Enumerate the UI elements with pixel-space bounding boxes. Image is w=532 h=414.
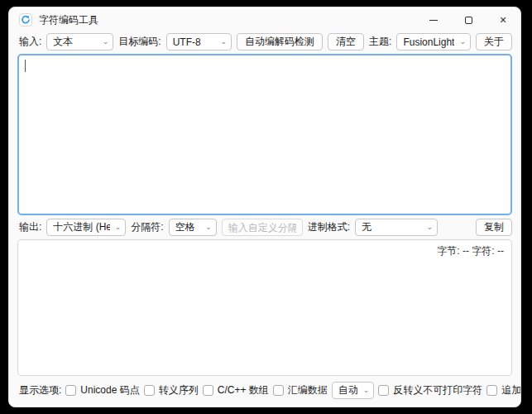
chevron-down-icon: ⌄ <box>205 223 212 231</box>
theme-label: 主题: <box>369 35 391 49</box>
chevron-down-icon: ⌄ <box>103 37 109 46</box>
checkbox-label: C/C++ 数组 <box>218 383 269 397</box>
target-encoding-select[interactable]: UTF-8 ⌄ <box>166 33 232 51</box>
about-button[interactable]: 关于 <box>476 33 512 51</box>
titlebar: 字符编码工具 × <box>9 7 520 32</box>
input-type-select[interactable]: 文本 ⌄ <box>46 33 113 51</box>
checkbox-icon <box>203 385 213 396</box>
output-format-select[interactable]: 十六进制 (Hex) ⌄ <box>46 219 126 236</box>
maximize-icon <box>465 17 472 24</box>
byte-char-stats: 字节: -- 字符: -- <box>437 244 504 258</box>
checkbox-icon <box>486 385 497 396</box>
text-cursor <box>25 60 26 72</box>
checkbox-append-nul[interactable]: 追加字符串结尾 NUL <box>486 383 521 397</box>
target-encoding-label: 目标编码: <box>118 35 161 49</box>
asm-mode-select[interactable]: 自动 ⌄ <box>332 382 375 399</box>
window-title: 字符编码工具 <box>39 13 98 27</box>
input-label: 输入: <box>19 35 41 49</box>
app-window: 字符编码工具 × 输入: 文本 ⌄ 目标编码: UTF-8 ⌄ 自动编解码检测 … <box>8 7 521 407</box>
checkbox-escape-sequence[interactable]: 转义序列 <box>144 383 199 397</box>
input-toolbar: 输入: 文本 ⌄ 目标编码: UTF-8 ⌄ 自动编解码检测 清空 主题: Fu… <box>9 32 520 54</box>
auto-detect-button[interactable]: 自动编解码检测 <box>237 33 323 51</box>
checkbox-icon <box>65 385 76 396</box>
checkbox-icon <box>378 385 389 396</box>
custom-separator-input[interactable] <box>222 219 303 236</box>
radix-format-value: 无 <box>362 220 421 234</box>
radix-format-select[interactable]: 无 ⌄ <box>355 219 438 236</box>
output-toolbar: 输出: 十六进制 (Hex) ⌄ 分隔符: 空格 ⌄ 进制格式: 无 ⌄ 复制 <box>9 215 520 239</box>
chevron-down-icon: ⌄ <box>221 37 228 46</box>
separator-select[interactable]: 空格 ⌄ <box>169 219 217 236</box>
checkbox-label: 转义序列 <box>159 383 199 397</box>
chevron-down-icon: ⌄ <box>115 223 122 231</box>
chevron-down-icon: ⌄ <box>426 223 433 231</box>
separator-value: 空格 <box>175 220 200 234</box>
output-label: 输出: <box>19 220 41 234</box>
checkbox-icon <box>273 385 284 396</box>
display-options-label: 显示选项: <box>19 383 61 397</box>
app-icon <box>19 13 32 26</box>
display-options-bar: 显示选项: Unicode 码点 转义序列 C/C++ 数组 汇编数据 自动 ⌄… <box>9 376 520 407</box>
separator-label: 分隔符: <box>131 220 163 234</box>
theme-value: FusionLight <box>403 36 454 48</box>
checkbox-label: 汇编数据 <box>288 383 328 397</box>
asm-mode-value: 自动 <box>338 383 358 397</box>
checkbox-label: 追加字符串结尾 NUL <box>501 383 521 397</box>
clear-button[interactable]: 清空 <box>328 33 364 51</box>
input-type-value: 文本 <box>53 35 97 49</box>
checkbox-label: 反转义不可打印字符 <box>393 383 482 397</box>
checkbox-unescape-nonprintable[interactable]: 反转义不可打印字符 <box>378 383 482 397</box>
chevron-down-icon: ⌄ <box>459 37 466 46</box>
minimize-button[interactable] <box>416 7 451 32</box>
input-textarea[interactable] <box>17 54 512 215</box>
checkbox-c-array[interactable]: C/C++ 数组 <box>203 383 269 397</box>
window-controls: × <box>416 7 520 32</box>
copy-button[interactable]: 复制 <box>476 219 512 236</box>
minimize-icon <box>429 20 438 21</box>
checkbox-icon <box>144 385 155 396</box>
theme-select[interactable]: FusionLight ⌄ <box>396 33 471 51</box>
radix-format-label: 进制格式: <box>308 220 350 234</box>
output-format-value: 十六进制 (Hex) <box>53 220 109 234</box>
close-button[interactable]: × <box>486 7 520 32</box>
close-icon: × <box>500 14 506 26</box>
checkbox-asm-data[interactable]: 汇编数据 <box>273 383 328 397</box>
checkbox-unicode-codepoint[interactable]: Unicode 码点 <box>65 383 139 397</box>
checkbox-label: Unicode 码点 <box>80 383 139 397</box>
output-textarea[interactable]: 字节: -- 字符: -- <box>17 239 512 376</box>
maximize-button[interactable] <box>451 7 486 32</box>
chevron-down-icon: ⌄ <box>363 386 370 394</box>
target-encoding-value: UTF-8 <box>173 36 216 48</box>
